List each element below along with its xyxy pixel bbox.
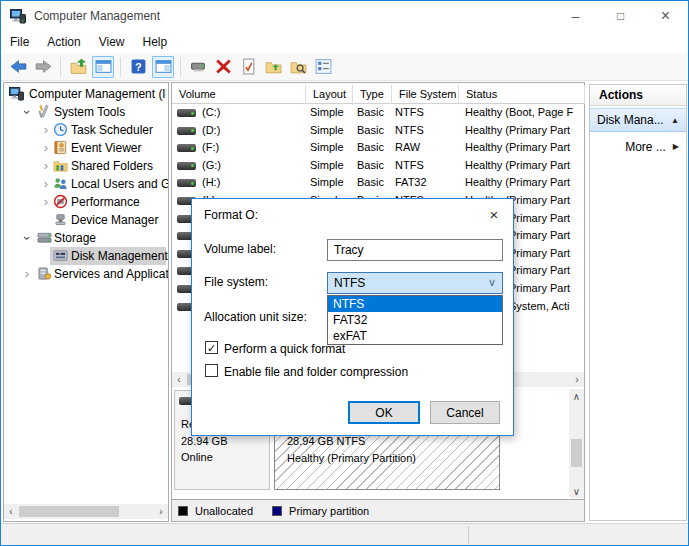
- title-bar[interactable]: Computer Management – □ ×: [1, 1, 688, 31]
- tree-item-shared-folders[interactable]: ›Shared Folders: [4, 157, 168, 175]
- export-list-icon[interactable]: [67, 56, 89, 78]
- compression-checkbox[interactable]: [205, 364, 218, 377]
- app-icon: [10, 8, 26, 24]
- maximize-button[interactable]: □: [598, 1, 643, 31]
- actions-header: Actions: [590, 85, 686, 106]
- table-row[interactable]: (H:)SimpleBasicFAT32Healthy (Primary Par…: [172, 174, 584, 192]
- show-action-pane-icon[interactable]: [152, 56, 174, 78]
- dropdown-option-exfat[interactable]: exFAT: [328, 328, 502, 344]
- svg-text:?: ?: [135, 61, 142, 73]
- tree-item-device-manager[interactable]: Device Manager: [4, 211, 168, 229]
- computer-management-window: Computer Management – □ × File Action Vi…: [0, 0, 689, 546]
- toolbar-separator: [180, 57, 181, 77]
- event-viewer-icon: [53, 140, 69, 156]
- chevron-collapsed-icon[interactable]: ›: [22, 266, 32, 281]
- column-header-type[interactable]: Type: [353, 85, 392, 104]
- tree-item-storage[interactable]: ›Storage: [4, 229, 168, 247]
- dialog-close-icon[interactable]: ×: [483, 203, 505, 225]
- dropdown-option-ntfs[interactable]: NTFS: [328, 296, 502, 312]
- table-row[interactable]: (D:)SimpleBasicNTFSHealthy (Primary Part: [172, 122, 584, 140]
- column-header-volume[interactable]: Volume: [172, 85, 306, 104]
- forward-icon[interactable]: [32, 56, 54, 78]
- cell-layout: Simple: [310, 141, 344, 153]
- show-console-tree-icon[interactable]: [92, 56, 114, 78]
- chevron-expanded-icon[interactable]: ›: [20, 233, 35, 243]
- scroll-right-icon[interactable]: ›: [570, 372, 584, 387]
- toolbar-separator: [120, 57, 121, 77]
- task-list-icon[interactable]: [312, 56, 334, 78]
- collapse-icon[interactable]: ▲: [671, 116, 679, 125]
- volume-icon: [177, 179, 196, 187]
- format-dialog: Format O: × Volume label: Tracy File sys…: [191, 198, 514, 436]
- disk-management-icon: [53, 248, 69, 264]
- tree-item-event-viewer[interactable]: ›Event Viewer: [4, 139, 168, 157]
- menu-bar: File Action View Help: [1, 31, 688, 53]
- actions-more-item[interactable]: More ... ▶: [590, 135, 686, 158]
- chevron-collapsed-icon[interactable]: ›: [41, 194, 51, 209]
- cell-volume: (D:): [202, 124, 220, 136]
- cancel-button[interactable]: Cancel: [430, 401, 500, 424]
- tree-item-disk-management[interactable]: Disk Management: [4, 247, 168, 265]
- help-icon[interactable]: ?: [127, 56, 149, 78]
- menu-view[interactable]: View: [90, 35, 134, 49]
- chevron-collapsed-icon[interactable]: ›: [41, 140, 51, 155]
- scroll-right-icon[interactable]: ›: [154, 504, 168, 519]
- chevron-collapsed-icon[interactable]: ›: [41, 176, 51, 191]
- ok-button[interactable]: OK: [348, 401, 420, 424]
- storage-icon: [37, 230, 53, 246]
- tree-item-performance[interactable]: ›Performance: [4, 193, 168, 211]
- minimize-button[interactable]: –: [553, 1, 598, 31]
- tree-item-label: Storage: [54, 231, 96, 245]
- actions-group-disk-management[interactable]: Disk Mana... ▲: [590, 108, 686, 132]
- actions-group-label: Disk Mana...: [597, 113, 671, 127]
- disk-scroll-thumb[interactable]: [571, 439, 582, 467]
- tree-item-label: Computer Management (l: [29, 87, 165, 101]
- tree-item-system-tools[interactable]: ›System Tools: [4, 103, 168, 121]
- tree-item-local-users-and-gro[interactable]: ›Local Users and Gro: [4, 175, 168, 193]
- table-row[interactable]: (C:)SimpleBasicNTFSHealthy (Boot, Page F: [172, 104, 584, 122]
- dropdown-option-fat32[interactable]: FAT32: [328, 312, 502, 328]
- tree-item-label: Local Users and Gro: [71, 177, 169, 191]
- up-folder-icon[interactable]: [262, 56, 284, 78]
- cell-layout: Simple: [310, 176, 344, 188]
- tree-item-task-scheduler[interactable]: ›Task Scheduler: [4, 121, 168, 139]
- column-header-status[interactable]: Status: [459, 85, 585, 104]
- allocation-unit-label: Allocation unit size:: [204, 310, 307, 324]
- table-row[interactable]: (F:)SimpleBasicRAWHealthy (Primary Part: [172, 139, 584, 157]
- cell-type: Basic: [357, 106, 384, 118]
- properties-check-icon[interactable]: [237, 56, 259, 78]
- chevron-collapsed-icon[interactable]: ›: [41, 122, 51, 137]
- file-system-combobox[interactable]: NTFS ∨: [327, 272, 503, 294]
- menu-file[interactable]: File: [1, 35, 38, 49]
- close-button[interactable]: ×: [643, 1, 688, 31]
- shared-folders-icon: [53, 158, 69, 174]
- menu-action[interactable]: Action: [38, 35, 89, 49]
- back-icon[interactable]: [7, 56, 29, 78]
- chevron-expanded-icon[interactable]: ›: [20, 107, 35, 117]
- volume-table-header: VolumeLayoutTypeFile SystemStatus: [172, 85, 584, 104]
- cell-status: Healthy (Primary Part: [465, 141, 570, 153]
- scroll-left-icon[interactable]: ‹: [4, 504, 18, 519]
- volume-label-input[interactable]: Tracy: [327, 239, 503, 261]
- scroll-down-icon[interactable]: ∨: [569, 484, 584, 498]
- drive-status-icon[interactable]: [187, 56, 209, 78]
- cell-volume: (F:): [202, 141, 219, 153]
- find-folder-icon[interactable]: [287, 56, 309, 78]
- cell-type: Basic: [357, 159, 384, 171]
- disk-vertical-scrollbar[interactable]: ∧ ∨: [569, 389, 584, 498]
- column-header-file-system[interactable]: File System: [392, 85, 459, 104]
- quick-format-checkbox[interactable]: ✓: [205, 341, 218, 354]
- table-row[interactable]: (G:)SimpleBasicNTFSHealthy (Primary Part: [172, 157, 584, 175]
- scroll-left-icon[interactable]: ‹: [172, 372, 186, 387]
- menu-help[interactable]: Help: [134, 35, 177, 49]
- scroll-up-icon[interactable]: ∧: [569, 389, 584, 403]
- column-header-layout[interactable]: Layout: [306, 85, 353, 104]
- tree-scroll-thumb[interactable]: [19, 506, 119, 517]
- volume-icon: [177, 127, 196, 135]
- chevron-collapsed-icon[interactable]: ›: [41, 158, 51, 173]
- tree-horizontal-scrollbar[interactable]: ‹ ›: [4, 504, 168, 519]
- tree-item-computer-management-l[interactable]: Computer Management (l: [4, 85, 168, 103]
- delete-volume-icon[interactable]: [212, 56, 234, 78]
- cell-status: Healthy (Primary Part: [465, 159, 570, 171]
- tree-item-services-and-applicatio[interactable]: ›Services and Applicatio: [4, 265, 168, 283]
